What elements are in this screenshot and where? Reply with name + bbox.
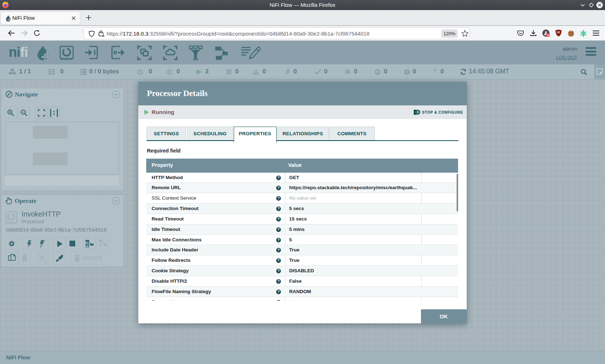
svg-text:U0: U0 xyxy=(557,31,560,33)
